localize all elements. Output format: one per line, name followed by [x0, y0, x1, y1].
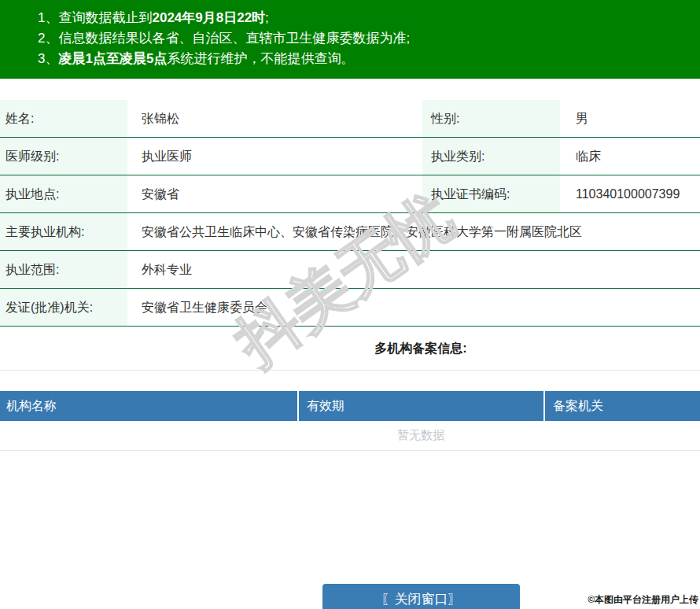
notice-bold-text: 凌晨1点至凌晨5点	[58, 51, 167, 66]
table-row-issuing-authority: 发证(批准)机关: 安徽省卫生健康委员会	[0, 289, 700, 327]
column-header-filing-authority: 备案机关	[545, 391, 700, 421]
table-row-level-category: 医师级别: 执业医师 执业类别: 临床	[0, 138, 700, 175]
column-header-institution-name: 机构名称	[0, 391, 299, 421]
field-label-practice-scope: 执业范围:	[0, 251, 127, 288]
field-label-issuing-authority: 发证(批准)机关:	[0, 289, 127, 326]
field-value-sex: 男	[560, 100, 700, 137]
filing-table-header: 机构名称 有效期 备案机关	[0, 391, 700, 421]
notice-text: 查询数据截止到	[58, 10, 152, 25]
notice-text: ;	[265, 10, 269, 25]
field-label-name: 姓名:	[0, 100, 127, 137]
field-value-name: 张锦松	[127, 100, 422, 137]
table-row-practice-scope: 执业范围: 外科专业	[0, 251, 700, 289]
field-value-practice-scope: 外科专业	[127, 251, 700, 288]
table-row-name-sex: 姓名: 张锦松 性别: 男	[0, 100, 700, 138]
field-value-certificate-number: 110340100007399	[560, 175, 700, 212]
query-result-page: 1、查询数据截止到2024年9月8日22时; 2、信息数据结果以各省、自治区、直…	[0, 0, 700, 609]
field-value-main-institution: 安徽省公共卫生临床中心、安徽省传染病医院、安徽医科大学第一附属医院北区	[127, 213, 700, 250]
notice-banner: 1、查询数据截止到2024年9月8日22时; 2、信息数据结果以各省、自治区、直…	[0, 0, 700, 79]
field-label-practice-category: 执业类别:	[422, 138, 560, 175]
field-value-doctor-level: 执业医师	[127, 138, 422, 175]
field-label-sex: 性别:	[422, 100, 560, 137]
notice-number: 3、	[38, 51, 58, 66]
close-window-button[interactable]: 〖关闭窗口〗	[322, 584, 520, 609]
field-label-certificate-number: 执业证书编码:	[422, 175, 560, 212]
notice-number: 1、	[38, 10, 58, 25]
notice-bold-text: 2024年9月8日22时	[152, 10, 265, 25]
table-row-location-certno: 执业地点: 安徽省 执业证书编码: 110340100007399	[0, 175, 700, 213]
field-label-doctor-level: 医师级别:	[0, 138, 127, 175]
field-label-main-institution: 主要执业机构:	[0, 213, 127, 250]
table-row-main-institution: 主要执业机构: 安徽省公共卫生临床中心、安徽省传染病医院、安徽医科大学第一附属医…	[0, 213, 700, 251]
notice-line-1: 1、查询数据截止到2024年9月8日22时;	[38, 8, 692, 28]
empty-data-text: 暂无数据	[142, 421, 700, 450]
field-label-practice-location: 执业地点:	[0, 175, 127, 212]
upload-credit: ©本图由平台注册用户上传	[588, 593, 698, 607]
divider	[0, 450, 700, 451]
column-header-validity-period: 有效期	[299, 391, 545, 421]
notice-line-3: 3、凌晨1点至凌晨5点系统进行维护，不能提供查询。	[38, 49, 692, 69]
divider	[0, 370, 700, 371]
notice-line-2: 2、信息数据结果以各省、自治区、直辖市卫生健康委数据为准;	[38, 28, 692, 49]
notice-number: 2、	[38, 31, 58, 46]
field-value-practice-category: 临床	[560, 138, 700, 175]
notice-text: 系统进行维护，不能提供查询。	[167, 51, 354, 66]
field-value-issuing-authority: 安徽省卫生健康委员会	[127, 289, 700, 326]
notice-text: 信息数据结果以各省、自治区、直辖市卫生健康委数据为准;	[58, 31, 410, 46]
field-value-practice-location: 安徽省	[127, 175, 422, 212]
section-title-multi-institution: 多机构备案信息:	[142, 327, 700, 370]
